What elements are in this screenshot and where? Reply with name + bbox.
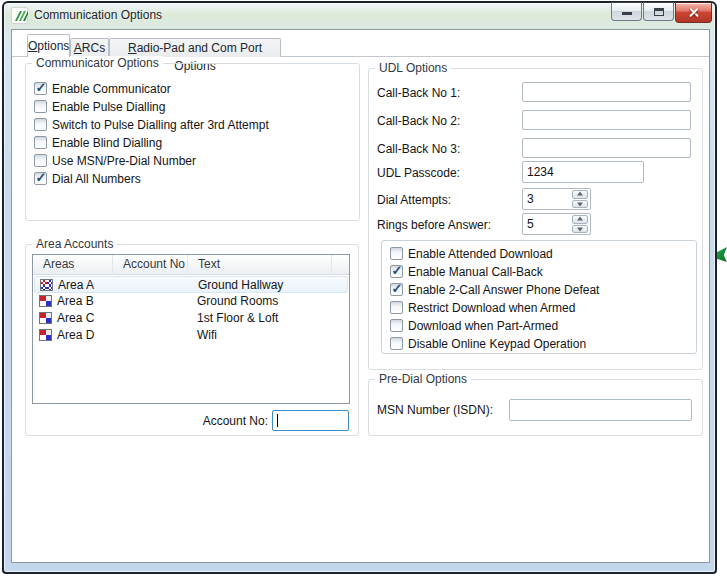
account-no-label: Account No: bbox=[176, 414, 268, 428]
checkbox-box[interactable] bbox=[390, 301, 403, 314]
spin-up-icon[interactable] bbox=[572, 190, 588, 199]
window-title: Communication Options bbox=[34, 8, 162, 22]
group-title: Pre-Dial Options bbox=[375, 372, 471, 386]
checkbox-label: Enable Communicator bbox=[52, 82, 171, 96]
dialog-client-area: Options ARCs Radio-Pad and Com Port Opti… bbox=[11, 29, 710, 563]
download-options-panel: Enable Attended Download Enable Manual C… bbox=[381, 240, 697, 354]
communication-options-window: Communication Options Options ARCs Radio… bbox=[2, 1, 717, 574]
area-icon bbox=[39, 312, 52, 324]
rings-before-answer-label: Rings before Answer: bbox=[377, 218, 491, 232]
udl-passcode-label: UDL Passcode: bbox=[377, 166, 460, 180]
cell-text: Wifi bbox=[197, 327, 217, 344]
column-header-text[interactable]: Text bbox=[188, 255, 332, 275]
group-area-accounts: Area Accounts Areas Account No Text Area… bbox=[25, 244, 359, 436]
msn-number-label: MSN Number (ISDN): bbox=[377, 403, 493, 417]
call-back-2-input[interactable] bbox=[522, 110, 691, 130]
tab-radio-pad-com-port[interactable]: Radio-Pad and Com Port Options bbox=[109, 38, 281, 57]
dial-attempts-label: Dial Attempts: bbox=[377, 193, 451, 207]
checkbox-box[interactable] bbox=[34, 100, 47, 113]
maximize-glyph bbox=[654, 8, 664, 16]
checkbox-box[interactable] bbox=[34, 118, 47, 131]
checkbox-box[interactable] bbox=[34, 172, 47, 185]
minimize-glyph bbox=[622, 12, 632, 15]
cell-text: 1st Floor & Loft bbox=[197, 310, 278, 327]
checkbox-box[interactable] bbox=[390, 283, 403, 296]
cell-area: Area A bbox=[58, 277, 94, 294]
table-row[interactable]: Area A Ground Hallway bbox=[34, 276, 348, 293]
area-icon bbox=[40, 279, 53, 291]
close-icon[interactable] bbox=[675, 2, 712, 23]
checkbox-box[interactable] bbox=[34, 136, 47, 149]
rings-before-answer-spinner bbox=[572, 215, 588, 233]
area-accounts-list: Areas Account No Text Area A Ground Hall… bbox=[32, 254, 350, 404]
table-row[interactable]: Area C 1st Floor & Loft bbox=[34, 310, 348, 327]
checkbox-box[interactable] bbox=[34, 154, 47, 167]
group-title: Area Accounts bbox=[32, 237, 117, 251]
group-title: Communicator Options bbox=[32, 56, 163, 70]
list-header: Areas Account No Text bbox=[33, 255, 349, 275]
checkbox-box[interactable] bbox=[390, 319, 403, 332]
column-header-filler bbox=[332, 255, 349, 275]
group-udl-options: UDL Options Call-Back No 1: Call-Back No… bbox=[368, 68, 703, 370]
table-row[interactable]: Area B Ground Rooms bbox=[34, 293, 348, 310]
column-header-areas[interactable]: Areas bbox=[33, 255, 113, 275]
cell-text: Ground Rooms bbox=[197, 293, 278, 310]
checkbox-label: Use MSN/Pre-Dial Number bbox=[52, 154, 196, 168]
title-bar[interactable]: Communication Options bbox=[4, 3, 715, 29]
checkbox-label: Disable Online Keypad Operation bbox=[408, 337, 586, 351]
call-back-2-label: Call-Back No 2: bbox=[377, 114, 460, 128]
cell-area: Area D bbox=[57, 327, 94, 344]
group-pre-dial-options: Pre-Dial Options MSN Number (ISDN): bbox=[368, 379, 703, 436]
checkbox-label: Enable Blind Dialling bbox=[52, 136, 162, 150]
table-row[interactable]: Area D Wifi bbox=[34, 327, 348, 344]
checkbox-label: Switch to Pulse Dialling after 3rd Attem… bbox=[52, 118, 269, 132]
call-back-1-label: Call-Back No 1: bbox=[377, 86, 460, 100]
cell-area: Area C bbox=[57, 310, 94, 327]
msn-number-input[interactable] bbox=[509, 399, 692, 421]
spin-up-icon[interactable] bbox=[572, 215, 588, 224]
minimize-icon[interactable] bbox=[611, 2, 642, 21]
checkbox-label: Restrict Download when Armed bbox=[408, 301, 575, 315]
checkbox-box[interactable] bbox=[390, 265, 403, 278]
dial-attempts-spinner bbox=[572, 190, 588, 208]
checkbox-box[interactable] bbox=[390, 337, 403, 350]
close-glyph bbox=[687, 6, 700, 19]
checkbox-label: Download when Part-Armed bbox=[408, 319, 558, 333]
maximize-icon[interactable] bbox=[643, 2, 674, 21]
account-no-input[interactable] bbox=[272, 410, 349, 431]
call-back-3-input[interactable] bbox=[522, 138, 691, 158]
column-header-account-no[interactable]: Account No bbox=[113, 255, 188, 275]
checkbox-label: Enable Pulse Dialling bbox=[52, 100, 165, 114]
area-icon bbox=[39, 295, 52, 307]
tab-options[interactable]: Options bbox=[27, 34, 70, 57]
call-back-1-input[interactable] bbox=[522, 82, 691, 102]
spin-down-icon[interactable] bbox=[572, 200, 588, 209]
call-back-3-label: Call-Back No 3: bbox=[377, 142, 460, 156]
caption-buttons bbox=[611, 2, 712, 23]
app-green-stripes-icon bbox=[11, 7, 28, 24]
tab-arcs[interactable]: ARCs bbox=[70, 38, 109, 57]
spin-down-icon[interactable] bbox=[572, 225, 588, 234]
checkbox-label: Enable Manual Call-Back bbox=[408, 265, 543, 279]
desktop-background: Communication Options Options ARCs Radio… bbox=[0, 0, 727, 581]
group-title: UDL Options bbox=[375, 61, 451, 75]
checkbox-box[interactable] bbox=[390, 247, 403, 260]
cell-text: Ground Hallway bbox=[198, 277, 283, 294]
checkbox-label: Dial All Numbers bbox=[52, 172, 141, 186]
udl-passcode-input[interactable] bbox=[522, 161, 644, 183]
group-communicator-options: Communicator Options Enable Communicator… bbox=[25, 63, 360, 221]
cell-area: Area B bbox=[57, 293, 94, 310]
checkbox-label: Enable Attended Download bbox=[408, 247, 553, 261]
area-icon bbox=[39, 329, 52, 341]
checkbox-label: Enable 2-Call Answer Phone Defeat bbox=[408, 283, 599, 297]
checkbox-box[interactable] bbox=[34, 82, 47, 95]
